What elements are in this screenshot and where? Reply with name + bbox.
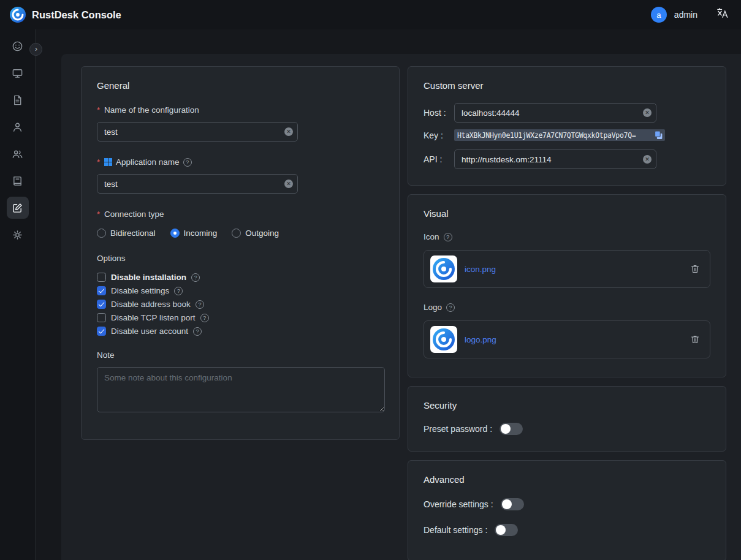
sidebar-item-monitor-icon[interactable]	[7, 62, 29, 84]
api-input[interactable]	[454, 149, 656, 169]
brand: RustDesk Console	[10, 7, 121, 23]
icon-preview	[430, 255, 457, 282]
help-icon[interactable]: ?	[174, 287, 183, 295]
clear-icon[interactable]: ✕	[643, 155, 652, 164]
help-icon[interactable]: ?	[191, 273, 200, 282]
delete-icon[interactable]	[689, 263, 701, 275]
note-group: Note	[97, 350, 384, 415]
override-settings-row: Override settings :	[424, 498, 710, 510]
logo-label-row: Logo ?	[424, 303, 710, 312]
visual-title: Visual	[424, 208, 710, 219]
security-card: Security Preset password :	[408, 386, 726, 452]
config-name-input[interactable]	[97, 122, 298, 142]
config-name-group: * Name of the configuration ✕	[97, 105, 384, 142]
avatar[interactable]: a	[651, 7, 667, 23]
general-card: General * Name of the configuration ✕ *	[81, 66, 400, 440]
radio-outgoing[interactable]: Outgoing	[232, 229, 279, 238]
options-group: Options Disable installation ? Disable s…	[97, 254, 384, 336]
checkbox[interactable]	[97, 273, 106, 282]
default-settings-toggle[interactable]	[495, 524, 518, 536]
right-column: Custom server Host : ✕ Key : HtaXBkJNHyn…	[408, 66, 726, 560]
radio-control[interactable]	[97, 229, 106, 238]
options-label: Options	[97, 254, 384, 263]
required-asterisk: *	[97, 210, 100, 219]
key-row: Key : HtaXBkJNHyn0e1U1jWXze7A7CN7QTGWqxk…	[424, 129, 710, 141]
radio-control[interactable]	[170, 229, 180, 238]
sidebar-item-document-icon[interactable]	[7, 89, 29, 111]
api-row: API : ✕	[424, 149, 710, 169]
option-disable-user-account[interactable]: Disable user account ?	[97, 327, 384, 336]
sidebar-item-user-icon[interactable]	[7, 116, 29, 138]
logo-file-box: logo.png	[424, 320, 710, 358]
main-content: General * Name of the configuration ✕ *	[36, 29, 741, 560]
advanced-title: Advanced	[424, 474, 710, 485]
content-panel: General * Name of the configuration ✕ *	[61, 54, 741, 560]
radio-incoming[interactable]: Incoming	[170, 229, 218, 238]
override-settings-toggle[interactable]	[501, 498, 524, 510]
security-title: Security	[424, 400, 710, 411]
sidebar-item-gear-icon[interactable]	[7, 224, 29, 246]
checkbox[interactable]	[97, 300, 106, 309]
icon-filename-link[interactable]: icon.png	[465, 265, 682, 274]
preset-password-row: Preset password :	[424, 423, 710, 435]
host-label: Host :	[424, 108, 454, 118]
preset-password-label: Preset password :	[424, 424, 492, 434]
radio-bidirectional[interactable]: Bidirectional	[97, 229, 156, 238]
help-icon[interactable]: ?	[446, 303, 455, 312]
option-disable-address-book[interactable]: Disable address book ?	[97, 300, 384, 309]
sidebar-item-book-icon[interactable]	[7, 170, 29, 192]
custom-server-title: Custom server	[424, 80, 710, 91]
translate-icon[interactable]	[713, 5, 731, 25]
help-icon[interactable]: ?	[200, 314, 209, 322]
sidebar-expand-chevron-icon[interactable]: ›	[29, 43, 42, 56]
key-value: HtaXBkJNHyn0e1U1jWXze7A7CN7QTGWqxkOtpaVp…	[457, 131, 652, 140]
icon-file-box: icon.png	[424, 250, 710, 288]
key-label: Key :	[424, 131, 454, 140]
app-name-input[interactable]	[97, 174, 298, 194]
advanced-card: Advanced Override settings : Default set…	[408, 460, 726, 560]
option-disable-tcp-listen-port[interactable]: Disable TCP listen port ?	[97, 313, 384, 322]
help-icon[interactable]: ?	[183, 158, 192, 167]
radio-control[interactable]	[232, 229, 241, 238]
checkbox[interactable]	[97, 327, 106, 336]
general-title: General	[97, 80, 384, 91]
required-asterisk: *	[97, 157, 100, 167]
option-disable-settings[interactable]: Disable settings ?	[97, 286, 384, 295]
note-label: Note	[97, 350, 384, 360]
sidebar-item-smiley-icon[interactable]	[7, 35, 29, 57]
clear-icon[interactable]: ✕	[643, 108, 652, 117]
help-icon[interactable]: ?	[444, 233, 452, 241]
sidebar-item-users-icon[interactable]	[7, 143, 29, 165]
visual-card: Visual Icon ?	[408, 194, 726, 377]
copy-icon[interactable]	[654, 131, 663, 140]
connection-type-group: * Connection type Bidirectional Incoming…	[97, 210, 384, 238]
help-icon[interactable]: ?	[193, 327, 202, 336]
note-textarea[interactable]	[97, 367, 385, 412]
checkbox[interactable]	[97, 286, 106, 295]
topbar-right: a admin	[651, 5, 731, 25]
rustdesk-logo-icon	[10, 7, 26, 23]
connection-type-radios: Bidirectional Incoming Outgoing	[97, 229, 384, 238]
help-icon[interactable]: ?	[196, 300, 204, 309]
app-name-label: * Application name ?	[97, 157, 384, 167]
host-input[interactable]	[454, 103, 656, 123]
default-settings-row: Default settings :	[424, 524, 710, 536]
required-asterisk: *	[97, 105, 100, 115]
windows-icon	[104, 158, 112, 166]
clear-icon[interactable]: ✕	[284, 127, 293, 136]
key-value-box: HtaXBkJNHyn0e1U1jWXze7A7CN7QTGWqxkOtpaVp…	[454, 129, 665, 141]
logo-filename-link[interactable]: logo.png	[465, 335, 682, 344]
icon-label-row: Icon ?	[424, 232, 710, 241]
options-list: Disable installation ? Disable settings …	[97, 273, 384, 336]
sidebar	[0, 29, 36, 560]
preset-password-toggle[interactable]	[500, 423, 523, 435]
topbar: RustDesk Console a admin	[0, 0, 741, 29]
username[interactable]: admin	[674, 10, 697, 20]
clear-icon[interactable]: ✕	[284, 180, 293, 188]
custom-server-card: Custom server Host : ✕ Key : HtaXBkJNHyn…	[408, 66, 726, 186]
delete-icon[interactable]	[689, 333, 701, 346]
app-name-group: * Application name ? ✕	[97, 157, 384, 194]
sidebar-item-edit-icon[interactable]	[7, 197, 29, 219]
checkbox[interactable]	[97, 313, 106, 322]
option-disable-installation[interactable]: Disable installation ?	[97, 273, 384, 282]
